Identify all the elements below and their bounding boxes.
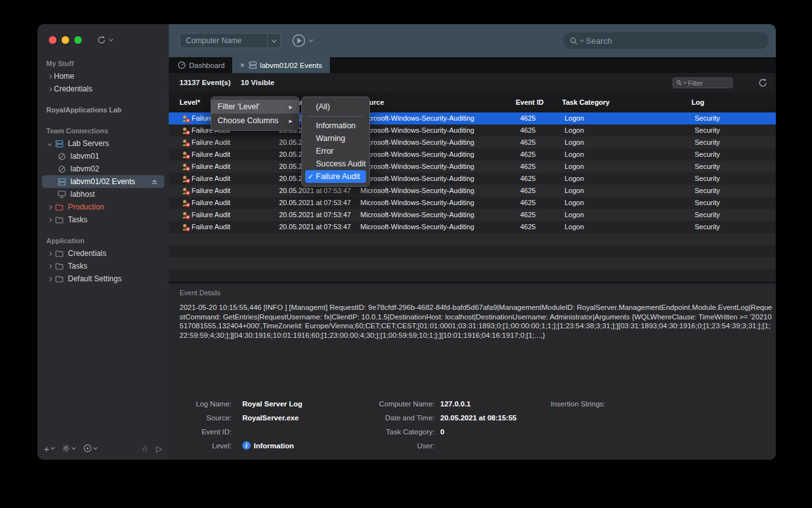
chevron-right-icon[interactable] <box>46 218 53 222</box>
remote-session-icon <box>56 165 67 173</box>
event-row[interactable]: Failure Audit20.05.2021 at 07:53:47Micro… <box>169 161 776 173</box>
computer-name-placeholder: Computer Name <box>180 36 267 45</box>
check-icon: ✓ <box>308 170 313 183</box>
sidebar-item-app-credentials[interactable]: Credentials <box>37 247 169 260</box>
cell-level: Failure Audit <box>192 185 230 197</box>
sidebar-item-events[interactable]: labvm01/02 Events <box>42 175 164 188</box>
close-icon[interactable]: × <box>240 60 245 70</box>
failure-audit-icon <box>181 138 190 147</box>
cell-task-category: Logon <box>565 185 584 197</box>
cell-source: Microsoft-Windows-Security-Auditing <box>360 209 475 221</box>
cell-task-category: Logon <box>565 209 584 221</box>
section-header-document: RoyalApplications Lab <box>46 105 122 115</box>
column-header-log[interactable]: Log <box>691 92 704 112</box>
menu-item-filter-level[interactable]: Filter 'Level' ▸ <box>211 100 299 114</box>
sidebar-item-credentials[interactable]: Credentials <box>37 83 169 95</box>
submenu-item-all[interactable]: (All) <box>302 100 369 113</box>
column-header-task-category[interactable]: Task Category <box>562 92 610 112</box>
cell-event-id: 4625 <box>520 221 535 233</box>
connect-play-button[interactable] <box>292 34 306 48</box>
chevron-right-icon[interactable] <box>46 252 53 255</box>
sidebar-item-app-tasks[interactable]: Tasks <box>37 260 169 272</box>
chevron-down-icon <box>51 445 55 449</box>
minimize-window-button[interactable] <box>62 36 69 44</box>
sidebar-item-labhost[interactable]: labhost <box>37 188 169 201</box>
sidebar-item-labvm02[interactable]: labvm02 <box>37 163 169 175</box>
event-row[interactable]: Failure Audit20.05.2021 at 07:53:47Micro… <box>169 149 776 161</box>
column-header-event-id[interactable]: Event ID <box>516 92 544 112</box>
event-details-panel: Event Details 2021-05-20 10:15:55,446 [I… <box>169 284 776 460</box>
cell-source: Microsoft-Windows-Security-Auditing <box>360 221 475 233</box>
search-input[interactable]: Search <box>563 32 769 49</box>
submenu-item-warning[interactable]: Warning <box>302 132 369 145</box>
source-value: RoyalServer.exe <box>242 414 299 422</box>
event-row[interactable]: Failure Audit20.05.2021 at 07:53:47Micro… <box>169 209 776 221</box>
zoom-window-button[interactable] <box>74 36 82 44</box>
chevron-down-icon[interactable] <box>309 37 313 41</box>
failure-audit-icon <box>181 114 190 123</box>
details-title: Event Details <box>180 289 221 297</box>
chevron-down-icon <box>683 81 686 84</box>
menu-item-choose-columns[interactable]: Choose Columns ▸ <box>211 114 299 128</box>
chevron-right-icon[interactable] <box>46 75 53 78</box>
folder-icon <box>54 250 64 257</box>
cell-task-category: Logon <box>565 197 584 209</box>
level-label: Level: <box>169 442 232 450</box>
refresh-button[interactable] <box>758 78 768 88</box>
level-filter-submenu: (All) Information Warning Error Success … <box>301 97 370 187</box>
add-button[interactable]: + <box>44 444 54 453</box>
favorites-star-icon[interactable]: ☆ <box>141 444 148 453</box>
event-id-label: Event ID: <box>169 428 232 436</box>
event-row[interactable]: Failure Audit20.05.2021 at 07:53:47Micro… <box>169 173 776 185</box>
details-log-text: 2021-05-20 10:15:55,446 [INFO ] [Managem… <box>180 303 774 340</box>
failure-audit-icon <box>181 175 190 184</box>
event-row[interactable]: Failure Audit20.05.2021 at 07:53:47Micro… <box>169 137 776 149</box>
cell-event-id: 4625 <box>520 173 535 185</box>
sidebar-item-home[interactable]: Home <box>37 70 169 83</box>
filter-placeholder: Filter <box>688 79 703 87</box>
cell-level: Failure Audit <box>192 197 230 209</box>
submenu-item-information[interactable]: Information <box>302 119 369 132</box>
computer-name-select[interactable]: Computer Name <box>180 33 281 48</box>
empty-row <box>169 257 776 269</box>
cell-event-id: 4625 <box>520 197 535 209</box>
sidebar-item-production[interactable]: Production <box>37 201 169 213</box>
cell-level: Failure Audit <box>192 221 230 233</box>
filter-input[interactable]: Filter <box>672 77 733 88</box>
event-row[interactable]: Failure Audit20.05.2021 at 07:53:47Micro… <box>169 197 776 209</box>
event-log-server-icon <box>56 178 67 186</box>
chevron-right-icon[interactable] <box>46 265 53 268</box>
chevron-right-icon[interactable] <box>46 88 53 91</box>
sidebar-item-default-settings[interactable]: Default Settings <box>37 272 169 285</box>
sidebar-item-labvm01[interactable]: labvm01 <box>37 150 169 163</box>
column-header-level[interactable]: Level* <box>180 92 200 112</box>
tab-events[interactable]: × labvm01/02 Events <box>232 57 329 73</box>
settings-button[interactable] <box>62 444 75 453</box>
chevron-right-icon[interactable] <box>46 206 53 209</box>
section-header-application: Application <box>46 236 84 246</box>
chevron-right-icon[interactable] <box>46 277 53 281</box>
host-monitor-icon <box>56 190 67 198</box>
event-row[interactable]: Failure Audit20.05.2021 at 07:53:47Micro… <box>169 185 776 197</box>
empty-row <box>169 233 776 245</box>
connections-menu-button[interactable] <box>83 444 97 453</box>
close-window-button[interactable] <box>49 36 56 44</box>
chevron-down-icon[interactable] <box>267 34 280 48</box>
eject-icon[interactable] <box>151 178 158 185</box>
sidebar-item-tasks[interactable]: Tasks <box>37 213 169 226</box>
chevron-down-icon[interactable] <box>46 142 53 145</box>
event-row[interactable]: Failure Audit20.05.2021 at 07:53:47Micro… <box>169 221 776 233</box>
submenu-item-error[interactable]: Error <box>302 145 369 157</box>
cell-level: Failure Audit <box>192 209 230 221</box>
cell-log: Security <box>695 185 720 197</box>
folder-icon <box>54 276 64 283</box>
run-icon[interactable]: ▷ <box>156 444 162 453</box>
tab-dashboard[interactable]: Dashboard <box>170 57 232 73</box>
sidebar-item-lab-servers[interactable]: Lab Servers <box>37 137 169 150</box>
submenu-item-success-audit[interactable]: Success Audit <box>302 157 369 170</box>
sync-menu-button[interactable] <box>97 36 113 44</box>
cell-level: Failure Audit <box>192 161 230 173</box>
search-icon <box>676 80 682 86</box>
submenu-item-failure-audit[interactable]: ✓ Failure Audit <box>305 170 366 183</box>
sync-icon <box>97 36 106 44</box>
